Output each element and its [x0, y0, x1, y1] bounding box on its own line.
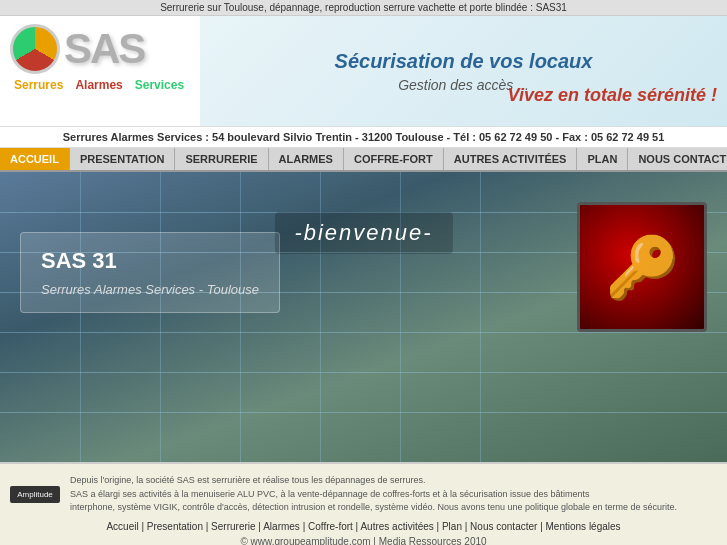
- logo-nav-alarmes[interactable]: Alarmes: [75, 78, 122, 92]
- footer-logo-area: Amplitude Depuis l'origine, la société S…: [10, 474, 717, 515]
- nav-plan[interactable]: PLAN: [577, 148, 628, 170]
- footer-desc-2: SAS a élargi ses activités à la menuiser…: [70, 488, 717, 502]
- logo-area: SAS Serrures Alarmes Services Sécurisati…: [0, 16, 727, 126]
- nav-nous-contacter[interactable]: NOUS CONTACTER: [628, 148, 727, 170]
- nav-coffre-fort[interactable]: COFFRE-FORT: [344, 148, 444, 170]
- nav-accueil[interactable]: ACCUEIL: [0, 148, 70, 170]
- footer-links[interactable]: Accueil | Presentation | Serrurerie | Al…: [10, 521, 717, 532]
- logo-center: Sécurisation de vos locaux Gestion des a…: [200, 16, 727, 126]
- key-image: 🔑: [577, 202, 707, 332]
- building-line: [160, 172, 161, 462]
- welcome-center: -bienvenue-: [274, 212, 452, 254]
- address-text: Serrures Alarmes Services : 54 boulevard…: [63, 131, 665, 143]
- nav-serrurerie[interactable]: SERRURERIE: [175, 148, 268, 170]
- logo-nav-services[interactable]: Services: [135, 78, 184, 92]
- key-icon: 🔑: [605, 232, 680, 303]
- main-content: SAS 31 Serrures Alarmes Services - Toulo…: [0, 172, 727, 462]
- header-bar: Serrurerie sur Toulouse, dépannage, repr…: [0, 0, 727, 16]
- tagline-securisation: Sécurisation de vos locaux: [335, 50, 593, 73]
- building-line: [80, 172, 81, 462]
- logo-left: SAS Serrures Alarmes Services: [0, 16, 200, 126]
- welcome-box: SAS 31 Serrures Alarmes Services - Toulo…: [20, 232, 280, 313]
- logo-circle: [10, 24, 60, 74]
- footer-links-text: Accueil | Presentation | Serrurerie | Al…: [106, 521, 620, 532]
- footer-copyright: © www.groupeamplitude.com | Media Ressou…: [10, 536, 717, 546]
- welcome-subtitle: Serrures Alarmes Services - Toulouse: [41, 282, 259, 297]
- building-line: [0, 372, 727, 373]
- footer-description: Depuis l'origine, la société SAS est ser…: [70, 474, 717, 515]
- building-line: [0, 332, 727, 333]
- nav-autres-activites[interactable]: AUTRES ACTIVITÉES: [444, 148, 578, 170]
- logo-sas-text: SAS: [64, 28, 144, 70]
- amplitude-label: Amplitude: [17, 490, 53, 499]
- logo-nav-serrures[interactable]: Serrures: [14, 78, 63, 92]
- tagline-vivez: Vivez en totale sérénité !: [508, 85, 717, 106]
- nav-presentation[interactable]: PRESENTATION: [70, 148, 176, 170]
- welcome-title: SAS 31: [41, 248, 259, 274]
- logo-img: SAS: [10, 24, 144, 74]
- footer-desc-1: Depuis l'origine, la société SAS est ser…: [70, 474, 717, 488]
- nav-bar: ACCUEIL PRESENTATION SERRURERIE ALARMES …: [0, 148, 727, 172]
- nav-alarmes[interactable]: ALARMES: [269, 148, 344, 170]
- building-line: [480, 172, 481, 462]
- amplitude-logo: Amplitude: [10, 486, 60, 503]
- footer-desc-3: interphone, système VIGIK, contrôle d'ac…: [70, 501, 717, 515]
- building-line: [0, 412, 727, 413]
- bienvenue-text: -bienvenue-: [274, 212, 452, 254]
- address-bar: Serrures Alarmes Services : 54 boulevard…: [0, 126, 727, 148]
- logo-nav: Serrures Alarmes Services: [10, 78, 184, 92]
- building-line: [240, 172, 241, 462]
- header-title: Serrurerie sur Toulouse, dépannage, repr…: [160, 2, 567, 13]
- footer: Amplitude Depuis l'origine, la société S…: [0, 462, 727, 545]
